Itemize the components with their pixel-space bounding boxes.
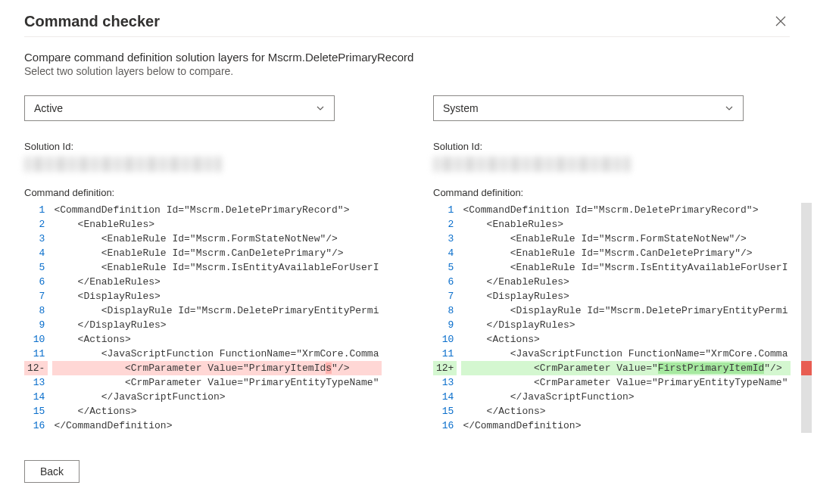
code-line: <EnableRule Id="Mscrm.FormStateNotNew"/>	[461, 232, 791, 246]
code-line: </DisplayRules>	[52, 318, 382, 332]
line-number: 13	[24, 375, 48, 390]
line-number: 14	[24, 390, 48, 404]
line-number: 6	[24, 275, 48, 289]
line-number: 7	[433, 289, 457, 303]
command-definition-label-right: Command definition:	[433, 187, 791, 198]
code-line: <EnableRule Id="Mscrm.IsEntityAvailableF…	[461, 260, 791, 275]
code-diff-left[interactable]: 123456789101112-13141516 <CommandDefinit…	[24, 203, 382, 433]
layer-column-left: Active Solution Id: Command definition: …	[24, 95, 382, 433]
line-number: 5	[24, 260, 48, 275]
back-button[interactable]: Back	[24, 460, 80, 483]
code-line: <EnableRules>	[52, 217, 382, 232]
line-number: 8	[433, 303, 457, 318]
line-number: 10	[433, 332, 457, 347]
line-number: 4	[433, 246, 457, 260]
solution-id-label-right: Solution Id:	[433, 141, 791, 152]
code-line: <EnableRule Id="Mscrm.IsEntityAvailableF…	[52, 260, 382, 275]
code-line: <EnableRule Id="Mscrm.FormStateNotNew"/>	[52, 232, 382, 246]
code-line: </Actions>	[461, 404, 791, 418]
code-line: <CommandDefinition Id="Mscrm.DeletePrima…	[461, 203, 791, 217]
layer-dropdown-left[interactable]: Active	[24, 95, 335, 121]
code-line: </CommandDefinition>	[52, 418, 382, 433]
compare-heading: Compare command definition solution laye…	[24, 51, 790, 64]
line-number: 6	[433, 275, 457, 289]
code-line: <DisplayRules>	[52, 289, 382, 303]
code-line: <Actions>	[461, 332, 791, 347]
code-line: </EnableRules>	[52, 275, 382, 289]
chevron-down-icon	[316, 104, 325, 113]
line-number: 2	[433, 217, 457, 232]
line-number: 12+	[433, 361, 457, 375]
code-line: <JavaScriptFunction FunctionName="XrmCor…	[52, 347, 382, 361]
command-definition-label-left: Command definition:	[24, 187, 382, 198]
layer-dropdown-left-value: Active	[34, 102, 63, 114]
solution-id-value-left	[24, 157, 221, 172]
line-number: 10	[24, 332, 48, 347]
line-number: 9	[24, 318, 48, 332]
code-line: <JavaScriptFunction FunctionName="XrmCor…	[461, 347, 791, 361]
code-line: <CrmParameter Value="FirstPrimaryItemId"…	[461, 361, 791, 375]
dialog-title: Command checker	[24, 13, 160, 30]
code-line: <DisplayRule Id="Mscrm.DeletePrimaryEnti…	[461, 303, 791, 318]
line-number: 3	[24, 232, 48, 246]
chevron-down-icon	[725, 104, 734, 113]
line-number: 15	[24, 404, 48, 418]
code-line: <DisplayRule Id="Mscrm.DeletePrimaryEnti…	[52, 303, 382, 318]
line-number: 16	[433, 418, 457, 433]
line-number: 3	[433, 232, 457, 246]
line-number: 5	[433, 260, 457, 275]
line-number: 7	[24, 289, 48, 303]
code-line: </JavaScriptFunction>	[461, 390, 791, 404]
line-number: 8	[24, 303, 48, 318]
code-line: <CrmParameter Value="PrimaryEntityTypeNa…	[52, 375, 382, 390]
line-number: 13	[433, 375, 457, 390]
code-line: </JavaScriptFunction>	[52, 390, 382, 404]
layer-dropdown-right-value: System	[443, 102, 479, 114]
solution-id-value-right	[433, 157, 630, 172]
line-number: 11	[433, 347, 457, 361]
code-line: <EnableRules>	[461, 217, 791, 232]
code-line: <DisplayRules>	[461, 289, 791, 303]
line-number: 1	[433, 203, 457, 217]
line-number: 2	[24, 217, 48, 232]
diff-minimap-track[interactable]	[801, 203, 812, 433]
code-line: </CommandDefinition>	[461, 418, 791, 433]
line-number: 14	[433, 390, 457, 404]
compare-hint: Select two solution layers below to comp…	[24, 65, 790, 77]
code-line: <CrmParameter Value="PrimaryItemIds"/>	[52, 361, 382, 375]
code-line: <CrmParameter Value="PrimaryEntityTypeNa…	[461, 375, 791, 390]
code-line: </Actions>	[52, 404, 382, 418]
code-line: <Actions>	[52, 332, 382, 347]
line-number: 4	[24, 246, 48, 260]
code-diff-right[interactable]: 123456789101112+13141516 <CommandDefinit…	[433, 203, 791, 433]
line-number: 15	[433, 404, 457, 418]
code-line: <EnableRule Id="Mscrm.CanDeletePrimary"/…	[461, 246, 791, 260]
line-number: 9	[433, 318, 457, 332]
layer-dropdown-right[interactable]: System	[433, 95, 744, 121]
solution-id-label-left: Solution Id:	[24, 141, 382, 152]
code-line: </EnableRules>	[461, 275, 791, 289]
line-number: 12-	[24, 361, 48, 375]
line-number: 11	[24, 347, 48, 361]
line-number: 16	[24, 418, 48, 433]
code-line: <CommandDefinition Id="Mscrm.DeletePrima…	[52, 203, 382, 217]
line-number: 1	[24, 203, 48, 217]
close-button[interactable]	[772, 12, 790, 30]
close-icon	[775, 15, 787, 27]
code-line: <EnableRule Id="Mscrm.CanDeletePrimary"/…	[52, 246, 382, 260]
code-line: </DisplayRules>	[461, 318, 791, 332]
layer-column-right: System Solution Id: Command definition: …	[433, 95, 791, 433]
diff-minimap-marker[interactable]	[801, 361, 812, 375]
